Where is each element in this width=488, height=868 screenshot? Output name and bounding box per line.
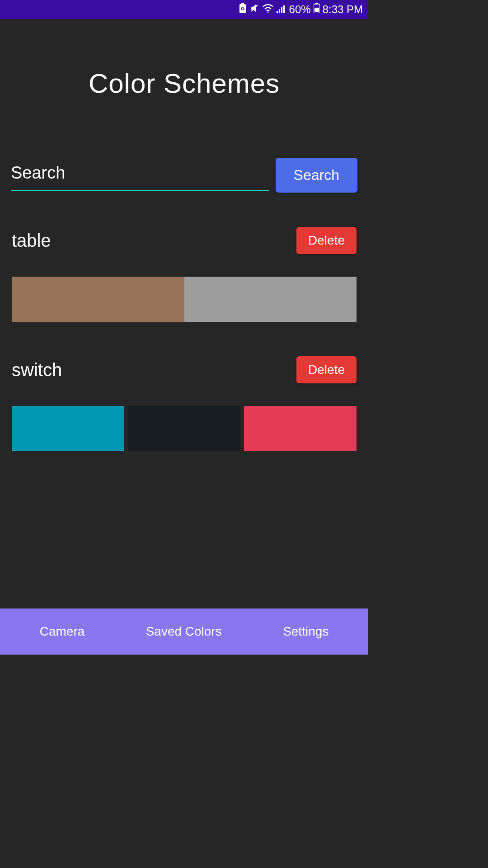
status-bar: ♻ 60% 8:33 PM (0, 0, 368, 19)
scheme-name: switch (12, 360, 62, 380)
color-swatch[interactable] (12, 277, 184, 322)
clock-text: 8:33 PM (323, 3, 363, 16)
delete-button[interactable]: Delete (296, 227, 357, 254)
signal-icon (277, 3, 286, 16)
nav-saved-colors[interactable]: Saved Colors (146, 624, 222, 639)
status-icons: ♻ 60% 8:33 PM (239, 3, 363, 16)
svg-rect-1 (241, 3, 244, 4)
svg-rect-10 (315, 3, 318, 4)
wifi-icon (262, 3, 274, 16)
svg-text:♻: ♻ (240, 6, 245, 11)
page-title: Color Schemes (0, 19, 368, 158)
svg-point-4 (267, 12, 268, 13)
battery-percent: 60% (289, 3, 311, 16)
svg-rect-11 (314, 8, 319, 12)
swatch-row (12, 277, 357, 322)
bottom-nav: Camera Saved Colors Settings (0, 609, 368, 655)
search-input[interactable] (11, 160, 269, 191)
delete-button[interactable]: Delete (296, 356, 357, 383)
scheme-header: table Delete (12, 227, 357, 254)
svg-rect-6 (279, 9, 280, 13)
battery-charging-icon: ♻ (239, 3, 247, 16)
search-button[interactable]: Search (276, 158, 357, 193)
search-row: Search (0, 158, 368, 193)
color-swatch[interactable] (184, 277, 357, 322)
scheme-name: table (12, 231, 51, 251)
svg-rect-7 (281, 7, 282, 13)
color-swatch[interactable] (12, 406, 124, 451)
nav-settings[interactable]: Settings (283, 624, 328, 639)
main-content: Color Schemes Search table Delete switch… (0, 19, 368, 609)
nav-camera[interactable]: Camera (40, 624, 85, 639)
scheme-header: switch Delete (12, 356, 357, 383)
scheme-row: switch Delete (0, 356, 368, 451)
battery-icon (314, 3, 320, 16)
scheme-row: table Delete (0, 227, 368, 322)
swatch-row (12, 406, 357, 451)
color-swatch[interactable] (244, 406, 357, 451)
svg-rect-5 (277, 11, 278, 13)
mute-icon (249, 3, 259, 16)
color-swatch[interactable] (128, 406, 240, 451)
svg-rect-8 (283, 5, 285, 13)
